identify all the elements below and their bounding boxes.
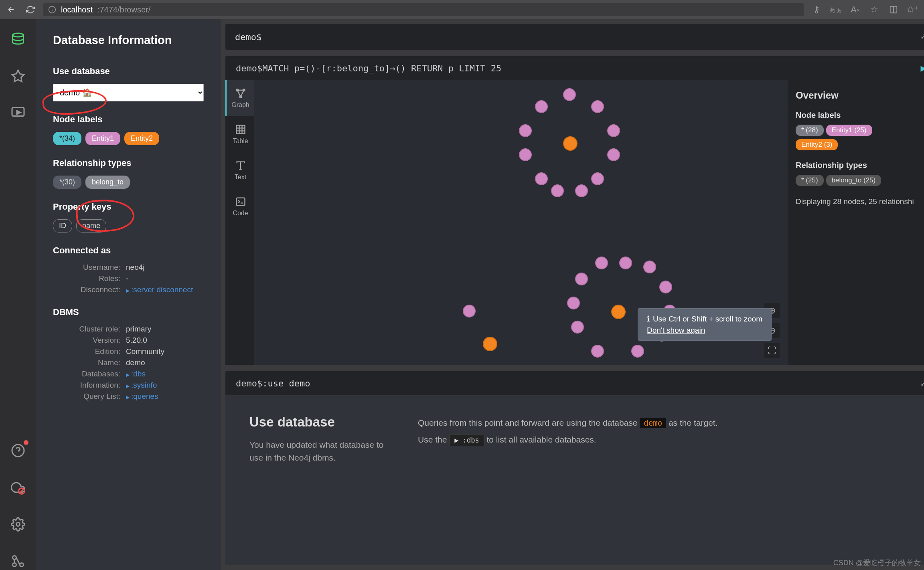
scroll-tooltip: ℹUse Ctrl or Shift + scroll to zoom Don'…: [638, 308, 772, 341]
ovpill[interactable]: * (28): [796, 125, 824, 136]
watermark: CSDN @爱吃橙子的牧羊女: [833, 558, 921, 568]
target-db-chip: demo: [640, 418, 666, 428]
svg-marker-8: [17, 111, 20, 114]
expand-icon[interactable]: ⤢: [920, 379, 924, 388]
graph-node[interactable]: [607, 148, 620, 161]
info-icon: [48, 6, 56, 14]
tab-graph[interactable]: Graph: [225, 80, 254, 116]
graph-node[interactable]: [567, 297, 580, 309]
url-bar[interactable]: localhost:7474/browser/: [43, 3, 804, 16]
query-editor[interactable]: demo$: [225, 24, 924, 50]
svg-point-14: [13, 556, 16, 560]
about-rail-icon[interactable]: [9, 552, 27, 570]
screen-rail-icon[interactable]: [9, 104, 27, 122]
graph-node[interactable]: [591, 345, 604, 358]
frame-query-text: demo$ MATCH p=()-[r:belong_to]→() RETURN…: [225, 56, 924, 80]
graph-node[interactable]: [643, 261, 656, 273]
ovpill[interactable]: Entity2 (3): [796, 139, 838, 150]
pill-name[interactable]: name: [76, 219, 106, 232]
use-db-heading: Use database: [53, 66, 204, 77]
text-size-icon[interactable]: Aא: [849, 3, 861, 16]
sidebar: Database Information Use database demo 🏠…: [36, 19, 221, 570]
graph-node[interactable]: [575, 273, 588, 285]
fit-button[interactable]: ⛶: [764, 343, 780, 358]
graph-node[interactable]: [659, 281, 672, 293]
pill-30[interactable]: *(30): [53, 176, 81, 189]
main-area: demo$ demo$ MATCH p=()-[r:belong_to]→() …: [221, 19, 924, 570]
svg-line-18: [16, 558, 20, 565]
graph-node[interactable]: [607, 124, 620, 137]
connected-as-heading: Connected as: [53, 245, 204, 256]
tab-code[interactable]: Code: [225, 188, 254, 224]
svg-point-16: [13, 563, 16, 567]
svg-point-15: [20, 563, 24, 567]
graph-canvas[interactable]: ⊕ ⊖ ⛶ ℹUse Ctrl or Shift + scroll to zoo…: [254, 80, 924, 365]
graph-node[interactable]: [519, 124, 532, 137]
svg-point-5: [13, 33, 24, 37]
url-path: :7474/browser/: [97, 5, 150, 14]
overview-panel: Overview Node labels * (28)Entity1 (25)E…: [788, 80, 924, 365]
disconnect-link[interactable]: :server disconnect: [126, 285, 193, 294]
graph-node[interactable]: [591, 100, 604, 113]
graph-node[interactable]: [519, 148, 532, 161]
database-icon[interactable]: [9, 30, 27, 48]
link-dbs[interactable]: :dbs: [126, 370, 146, 378]
expand-icon[interactable]: ⤢: [920, 32, 924, 40]
dismiss-link[interactable]: Don't show again: [647, 326, 762, 335]
left-rail: [0, 19, 36, 570]
ovpill[interactable]: belong_to (25): [826, 175, 881, 186]
graph-node[interactable]: [595, 257, 608, 269]
pill-entity2[interactable]: Entity2: [124, 132, 159, 145]
back-button[interactable]: [5, 3, 18, 16]
tab-table[interactable]: Table: [225, 116, 254, 152]
ovpill[interactable]: * (25): [796, 175, 824, 186]
star-icon[interactable]: ☆: [868, 3, 881, 16]
svg-line-24: [241, 90, 244, 97]
help-rail-icon[interactable]: [9, 442, 27, 459]
sidebar-title: Database Information: [53, 34, 204, 47]
result-frame-usedb: demo$ :use demo ⤢ Use database You have …: [225, 371, 924, 565]
graph-node[interactable]: [483, 337, 497, 351]
url-host: localhost: [61, 5, 93, 14]
graph-node[interactable]: [591, 172, 604, 185]
graph-node[interactable]: [563, 136, 578, 151]
dbms-heading: DBMS: [53, 307, 204, 317]
add-favorite-icon[interactable]: ✩⁺: [906, 3, 919, 16]
pill-belongto[interactable]: belong_to: [85, 176, 130, 189]
graph-node[interactable]: [551, 184, 564, 197]
svg-rect-32: [236, 198, 245, 206]
graph-node[interactable]: [575, 184, 588, 197]
pill-entity1[interactable]: Entity1: [85, 132, 120, 145]
tab-text[interactable]: Text: [225, 152, 254, 188]
refresh-button[interactable]: [24, 3, 37, 16]
link-sysinfo[interactable]: :sysinfo: [126, 381, 157, 390]
settings-rail-icon[interactable]: [9, 515, 27, 533]
graph-node[interactable]: [463, 305, 476, 317]
link-queries[interactable]: :queries: [126, 392, 158, 401]
graph-node[interactable]: [571, 321, 584, 334]
dbs-chip[interactable]: ▶ :dbs: [449, 434, 484, 446]
view-tabs: Graph Table Text Code: [225, 80, 254, 365]
pill-34[interactable]: *(34): [53, 132, 81, 145]
translate-icon[interactable]: あぁ: [829, 3, 842, 16]
svg-marker-6: [12, 70, 24, 82]
ovpill[interactable]: Entity1 (25): [826, 125, 872, 136]
node-labels-heading: Node labels: [53, 114, 204, 125]
graph-node[interactable]: [535, 172, 548, 185]
pill-id[interactable]: ID: [53, 219, 72, 232]
svg-point-13: [16, 523, 20, 526]
play-icon[interactable]: ▶: [921, 63, 924, 74]
graph-node[interactable]: [535, 100, 548, 113]
graph-node[interactable]: [611, 305, 626, 319]
prop-keys-heading: Property keys: [53, 202, 204, 212]
star-rail-icon[interactable]: [9, 67, 27, 85]
database-select[interactable]: demo 🏠: [53, 84, 204, 101]
key-icon[interactable]: ⚷: [810, 3, 823, 16]
cloud-rail-icon[interactable]: [9, 479, 27, 496]
graph-node[interactable]: [563, 88, 576, 101]
result-frame-graph: demo$ MATCH p=()-[r:belong_to]→() RETURN…: [225, 56, 924, 365]
graph-node[interactable]: [619, 257, 632, 269]
graph-node[interactable]: [631, 345, 644, 358]
collection-icon[interactable]: [887, 3, 900, 16]
svg-line-23: [237, 90, 240, 97]
